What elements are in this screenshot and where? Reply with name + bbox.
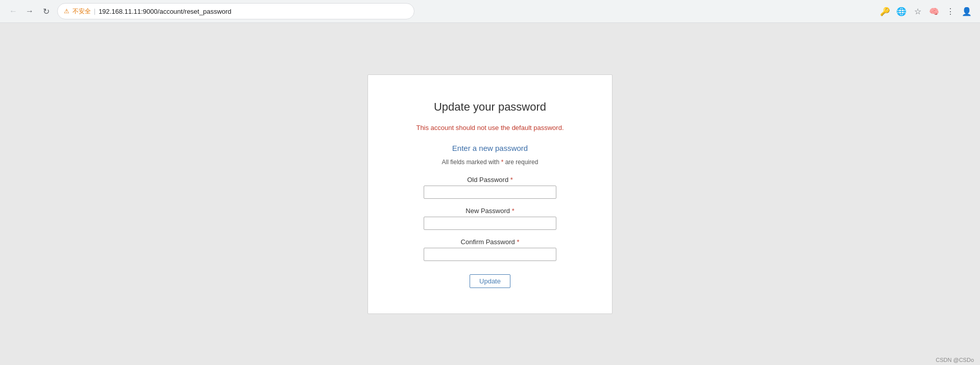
required-note-prefix: All fields marked with xyxy=(442,159,501,166)
page-content: Update your password This account should… xyxy=(0,23,980,365)
reload-button[interactable]: ↻ xyxy=(39,4,53,18)
forward-button[interactable]: → xyxy=(22,4,37,18)
extensions-icon-button[interactable]: 🧠 xyxy=(927,4,941,18)
confirm-password-label: Confirm Password * xyxy=(399,238,581,246)
old-password-label: Old Password * xyxy=(399,176,581,184)
confirm-password-input[interactable] xyxy=(424,248,556,261)
warning-text: This account should not use the default … xyxy=(416,124,564,132)
confirm-password-asterisk: * xyxy=(517,238,519,246)
url-text: 192.168.11.11:9000/account/reset_passwor… xyxy=(99,8,408,15)
confirm-password-group: Confirm Password * xyxy=(399,238,581,261)
new-password-label: New Password * xyxy=(399,207,581,215)
new-password-input[interactable] xyxy=(424,217,556,230)
menu-icon-button[interactable]: ⋮ xyxy=(943,4,958,18)
required-note-suffix: are required xyxy=(503,159,538,166)
footer-bar: CSDN @CSDo xyxy=(929,355,980,365)
card: Update your password This account should… xyxy=(368,74,612,314)
translate-icon-button[interactable]: 🌐 xyxy=(894,4,909,18)
browser-chrome: ← → ↻ ⚠ 不安全 | 192.168.11.11:9000/account… xyxy=(0,0,980,23)
required-note: All fields marked with * are required xyxy=(442,159,538,166)
profile-icon-button[interactable]: 👤 xyxy=(960,4,974,18)
separator: | xyxy=(94,8,95,15)
security-warning-icon: ⚠ xyxy=(64,8,69,15)
new-password-asterisk: * xyxy=(512,207,514,215)
footer-text: CSDN @CSDo xyxy=(936,357,974,363)
nav-buttons: ← → ↻ xyxy=(6,4,53,18)
old-password-input[interactable] xyxy=(424,186,556,199)
old-password-asterisk: * xyxy=(510,176,513,184)
toolbar-icons: 🔑 🌐 ☆ 🧠 ⋮ 👤 xyxy=(878,4,974,18)
key-icon-button[interactable]: 🔑 xyxy=(878,4,892,18)
old-password-group: Old Password * xyxy=(399,176,581,199)
section-title: Enter a new password xyxy=(452,144,528,152)
card-title: Update your password xyxy=(434,100,546,114)
new-password-group: New Password * xyxy=(399,207,581,230)
back-button[interactable]: ← xyxy=(6,4,20,18)
browser-toolbar: ← → ↻ ⚠ 不安全 | 192.168.11.11:9000/account… xyxy=(0,0,980,22)
star-icon-button[interactable]: ☆ xyxy=(911,4,925,18)
security-label: 不安全 xyxy=(72,7,91,16)
address-bar[interactable]: ⚠ 不安全 | 192.168.11.11:9000/account/reset… xyxy=(57,3,414,19)
update-button[interactable]: Update xyxy=(470,274,510,288)
